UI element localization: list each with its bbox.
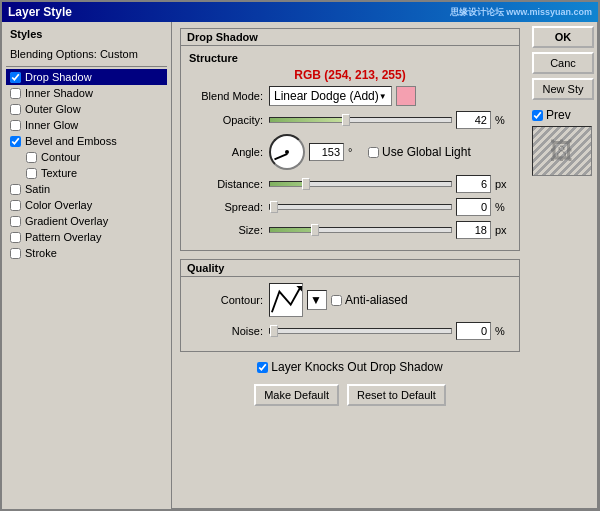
blend-mode-dropdown[interactable]: Linear Dodge (Add) ▼: [269, 86, 392, 106]
noise-slider-thumb[interactable]: [270, 325, 278, 337]
sidebar-item-contour[interactable]: Contour: [6, 149, 167, 165]
quality-content: Contour: ▼: [181, 277, 519, 351]
main-panel: Drop Shadow Structure RGB (254, 213, 255…: [172, 22, 528, 509]
chevron-down-icon-contour: ▼: [310, 293, 322, 307]
preview-checkbox[interactable]: [532, 110, 543, 121]
right-buttons-panel: OK Canc New Sty Prev 🖼: [528, 22, 598, 509]
color-overlay-checkbox[interactable]: [10, 200, 21, 211]
noise-input[interactable]: [456, 322, 491, 340]
spread-input[interactable]: [456, 198, 491, 216]
layer-style-dialog: Layer Style 思缘设计论坛 www.missyuan.com Styl…: [0, 0, 600, 511]
styles-label: Styles: [6, 26, 167, 42]
blend-mode-control: Linear Dodge (Add) ▼: [269, 86, 511, 106]
preview-icon: 🖼: [550, 137, 574, 165]
size-slider-track[interactable]: [269, 227, 452, 233]
distance-label: Distance:: [189, 178, 269, 190]
sidebar-item-satin[interactable]: Satin: [6, 181, 167, 197]
size-input[interactable]: [456, 221, 491, 239]
global-light-text: Use Global Light: [382, 145, 471, 159]
pattern-overlay-label: Pattern Overlay: [25, 231, 101, 243]
bottom-buttons-row: Make Default Reset to Default: [180, 380, 520, 410]
distance-row: Distance: px: [189, 175, 511, 193]
make-default-button[interactable]: Make Default: [254, 384, 339, 406]
angle-degree: °: [348, 146, 364, 158]
layer-knocks-checkbox[interactable]: [257, 362, 268, 373]
size-slider-container: [269, 227, 452, 233]
spread-slider-thumb[interactable]: [270, 201, 278, 213]
cancel-button[interactable]: Canc: [532, 52, 594, 74]
texture-label: Texture: [41, 167, 77, 179]
color-swatch[interactable]: [396, 86, 416, 106]
drop-shadow-label: Drop Shadow: [25, 71, 92, 83]
pattern-overlay-checkbox[interactable]: [10, 232, 21, 243]
layer-knocks-text: Layer Knocks Out Drop Shadow: [271, 360, 442, 374]
satin-checkbox[interactable]: [10, 184, 21, 195]
contour-label: Contour: [41, 151, 80, 163]
gradient-overlay-checkbox[interactable]: [10, 216, 21, 227]
contour-dropdown-arrow[interactable]: ▼: [307, 290, 327, 310]
contour-svg: [270, 284, 302, 316]
global-light-checkbox[interactable]: [368, 147, 379, 158]
outer-glow-checkbox[interactable]: [10, 104, 21, 115]
sidebar-item-texture[interactable]: Texture: [6, 165, 167, 181]
size-unit: px: [495, 224, 511, 236]
layer-knocks-row: Layer Knocks Out Drop Shadow: [180, 360, 520, 374]
blend-mode-label: Blend Mode:: [189, 90, 269, 102]
new-style-button[interactable]: New Sty: [532, 78, 594, 100]
noise-unit: %: [495, 325, 511, 337]
sidebar-item-outer-glow[interactable]: Outer Glow: [6, 101, 167, 117]
sidebar-item-bevel-emboss[interactable]: Bevel and Emboss: [6, 133, 167, 149]
texture-checkbox[interactable]: [26, 168, 37, 179]
contour-checkbox[interactable]: [26, 152, 37, 163]
reset-to-default-button[interactable]: Reset to Default: [347, 384, 446, 406]
angle-input[interactable]: [309, 143, 344, 161]
sidebar-item-gradient-overlay[interactable]: Gradient Overlay: [6, 213, 167, 229]
separator: [6, 66, 167, 67]
opacity-slider-track[interactable]: [269, 117, 452, 123]
noise-slider-track[interactable]: [269, 328, 452, 334]
noise-slider-container: [269, 328, 452, 334]
blending-options[interactable]: Blending Options: Custom: [6, 46, 167, 62]
sidebar-item-drop-shadow[interactable]: Drop Shadow: [6, 69, 167, 85]
opacity-input[interactable]: [456, 111, 491, 129]
distance-control: px: [269, 175, 511, 193]
size-label: Size:: [189, 224, 269, 236]
inner-shadow-label: Inner Shadow: [25, 87, 93, 99]
angle-label: Angle:: [189, 146, 269, 158]
inner-shadow-checkbox[interactable]: [10, 88, 21, 99]
distance-input[interactable]: [456, 175, 491, 193]
spread-row: Spread: %: [189, 198, 511, 216]
layer-knocks-label: Layer Knocks Out Drop Shadow: [257, 360, 442, 374]
angle-center-dot: [285, 150, 289, 154]
drop-shadow-checkbox[interactable]: [10, 72, 21, 83]
dialog-body: Styles Blending Options: Custom Drop Sha…: [2, 22, 598, 509]
distance-slider-thumb[interactable]: [302, 178, 310, 190]
angle-dial[interactable]: [269, 134, 305, 170]
watermark: 思缘设计论坛 www.missyuan.com: [450, 6, 592, 19]
spread-slider-container: [269, 204, 452, 210]
opacity-slider-thumb[interactable]: [342, 114, 350, 126]
drop-shadow-section: Drop Shadow Structure RGB (254, 213, 255…: [180, 28, 520, 251]
gradient-overlay-label: Gradient Overlay: [25, 215, 108, 227]
anti-aliased-text: Anti-aliased: [345, 293, 408, 307]
structure-label: Structure: [189, 52, 511, 64]
sidebar-item-inner-shadow[interactable]: Inner Shadow: [6, 85, 167, 101]
sidebar-item-inner-glow[interactable]: Inner Glow: [6, 117, 167, 133]
stroke-checkbox[interactable]: [10, 248, 21, 259]
sidebar-item-color-overlay[interactable]: Color Overlay: [6, 197, 167, 213]
opacity-slider-container: [269, 117, 452, 123]
bevel-emboss-checkbox[interactable]: [10, 136, 21, 147]
distance-slider-container: [269, 181, 452, 187]
dialog-title: Layer Style: [8, 5, 72, 19]
spread-slider-track[interactable]: [269, 204, 452, 210]
contour-label: Contour:: [189, 294, 269, 306]
anti-aliased-checkbox[interactable]: [331, 295, 342, 306]
size-slider-thumb[interactable]: [311, 224, 319, 236]
inner-glow-checkbox[interactable]: [10, 120, 21, 131]
bevel-emboss-label: Bevel and Emboss: [25, 135, 117, 147]
distance-slider-track[interactable]: [269, 181, 452, 187]
sidebar-item-stroke[interactable]: Stroke: [6, 245, 167, 261]
sidebar-item-pattern-overlay[interactable]: Pattern Overlay: [6, 229, 167, 245]
contour-preview[interactable]: [269, 283, 303, 317]
ok-button[interactable]: OK: [532, 26, 594, 48]
